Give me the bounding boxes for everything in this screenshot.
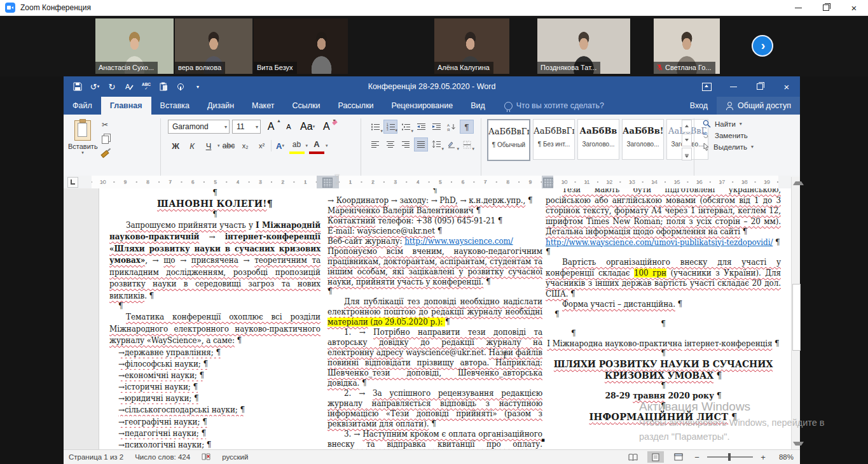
word-close-button[interactable]: × [773, 76, 800, 97]
select-button[interactable]: Выделить▾ [703, 143, 754, 151]
sort-icon[interactable]: АЯ [444, 120, 458, 134]
zoom-out-icon[interactable]: − [693, 453, 701, 462]
scroll-down-icon[interactable] [793, 442, 804, 446]
zoom-slider-thumb[interactable] [728, 453, 731, 461]
align-right-icon[interactable] [399, 137, 413, 151]
show-formatting-icon[interactable]: ¶ [460, 120, 474, 134]
first-line-indent-marker[interactable]: ▽ [334, 173, 339, 179]
shrink-font-icon[interactable]: А▼ [281, 120, 296, 134]
column-boundary-marker[interactable] [542, 176, 553, 188]
decrease-indent-icon[interactable] [414, 120, 428, 134]
bold-icon[interactable]: Ж [168, 139, 183, 153]
tab-design[interactable]: Дизайн [198, 97, 243, 115]
tab-view[interactable]: Вид [462, 97, 494, 115]
touch-mode-icon[interactable] [173, 78, 188, 95]
vertical-scrollbar[interactable] [791, 177, 800, 450]
tab-references[interactable]: Ссылки [283, 97, 329, 115]
tab-layout[interactable]: Макет [243, 97, 283, 115]
subscript-icon[interactable]: x₂ [238, 139, 253, 153]
highlight-color-icon[interactable]: ab [289, 137, 305, 154]
italic-icon[interactable]: К [184, 139, 200, 153]
copy-icon[interactable] [99, 134, 111, 144]
word-restore-button[interactable] [747, 76, 773, 97]
style-card[interactable]: АаБбВв! Заголово... [622, 119, 664, 160]
spelling-icon[interactable]: ABC✓ [139, 78, 154, 95]
indent-markers[interactable]: ▽ ⌂ [317, 176, 339, 188]
word-count[interactable]: Число слов: 424 [135, 453, 190, 461]
participant-video-tile[interactable]: Светлана Го... [654, 18, 720, 74]
superscript-icon[interactable]: x² [254, 139, 270, 153]
grow-font-icon[interactable]: А▲ [263, 120, 279, 134]
tab-insert[interactable]: Вставка [151, 97, 198, 115]
language-indicator[interactable]: русский [222, 453, 248, 461]
redo-icon[interactable]: ↻ [104, 78, 120, 95]
hanging-indent-marker[interactable]: ⌂ [335, 179, 338, 186]
clear-formatting-icon[interactable]: А [319, 120, 334, 134]
font-name-select[interactable]: Garamond▾ [168, 120, 230, 134]
next-participants-button[interactable]: › [752, 35, 773, 57]
style-card[interactable]: АаБбВв Заголово... [577, 119, 619, 160]
participant-video-tile[interactable]: вера волкова [175, 18, 252, 74]
increase-indent-icon[interactable] [429, 120, 443, 134]
participant-video-tile[interactable]: Позднякова Тат... [537, 18, 630, 74]
tab-home[interactable]: Главная [101, 97, 151, 115]
read-mode-icon[interactable] [624, 451, 641, 463]
paste-small-icon[interactable] [156, 78, 171, 95]
share-button[interactable]: Общий доступ [717, 97, 800, 115]
zoom-restore-button[interactable] [812, 0, 840, 15]
find-button[interactable]: Найти▾ [703, 120, 754, 128]
ribbon-display-options-icon[interactable] [693, 76, 720, 97]
change-case-icon[interactable]: Аа▾ [299, 120, 316, 134]
scrollbar-thumb[interactable] [792, 284, 801, 351]
print-layout-icon[interactable] [647, 451, 664, 463]
style-icon[interactable]: A [121, 78, 137, 95]
page-indicator[interactable]: Страница 1 из 2 [69, 453, 123, 461]
web-layout-icon[interactable] [670, 451, 687, 463]
justify-icon[interactable] [414, 137, 428, 151]
scroll-up-icon[interactable] [793, 181, 804, 185]
bullets-icon[interactable]: ▾ [368, 120, 382, 134]
zoom-in-icon[interactable]: + [759, 453, 767, 462]
participant-video-tile[interactable]: Анастасія Сухо... [95, 18, 174, 74]
tab-mailings[interactable]: Рассылки [329, 97, 382, 115]
numbering-icon[interactable]: 123 ▾ [383, 120, 397, 134]
save-icon[interactable] [70, 78, 85, 95]
cut-icon[interactable]: ✂ [99, 120, 111, 130]
participant-video-tile[interactable]: Вита Безух [254, 18, 348, 74]
document-page[interactable]: ¶ ШАНОВНІ КОЛЕГИ!¶ ¶ Запрошуємо прийняти… [99, 188, 791, 450]
styles-gallery-down-icon[interactable] [682, 134, 692, 146]
horizontal-ruler[interactable]: 10987654321 ▽ ⌂ 123456789 10111213141516… [64, 176, 800, 188]
style-card[interactable]: АаБбВвГг, ¶ Обычный [487, 119, 530, 161]
format-painter-icon[interactable] [99, 149, 111, 159]
tab-file[interactable]: Файл [64, 97, 101, 115]
paste-button[interactable]: Вставить ▾ [67, 118, 98, 169]
word-minimize-button[interactable] [720, 76, 747, 97]
replace-button[interactable]: ab Заменить [703, 131, 754, 139]
line-spacing-icon[interactable]: ▾ [429, 137, 443, 151]
align-center-icon[interactable] [383, 137, 397, 151]
style-card[interactable]: АаБбВвГг, ¶ Без инт... [533, 119, 575, 160]
font-color-icon[interactable]: А [309, 137, 324, 154]
styles-gallery-more-icon[interactable] [682, 148, 692, 160]
align-left-icon[interactable] [368, 137, 382, 151]
borders-icon[interactable]: ▾ [460, 137, 474, 151]
underline-icon[interactable]: Ч [201, 139, 216, 153]
zoom-close-button[interactable]: × [840, 0, 868, 15]
tab-review[interactable]: Рецензирование [383, 97, 462, 115]
zoom-level[interactable]: 88% [773, 453, 794, 461]
styles-gallery-up-icon[interactable] [682, 120, 692, 132]
proofing-error-icon[interactable] [202, 453, 210, 462]
text-effects-icon[interactable]: А▾ [273, 139, 288, 153]
font-size-select[interactable]: 11▾ [232, 120, 261, 134]
undo-icon[interactable]: ↺▾ [87, 78, 102, 95]
participant-video-tile[interactable]: Алёна Калугина [434, 18, 509, 74]
zoom-slider[interactable] [707, 456, 753, 458]
multilevel-list-icon[interactable]: ▾ [399, 120, 413, 134]
shading-icon[interactable]: ▾ [444, 137, 458, 151]
tab-selector[interactable] [67, 177, 78, 188]
customize-qat-icon[interactable]: ▾ [190, 78, 205, 95]
tell-me-box[interactable]: Что вы хотите сделать? [494, 97, 604, 115]
zoom-minimize-button[interactable] [784, 0, 812, 15]
strikethrough-icon[interactable]: abc [221, 139, 237, 153]
sign-in-button[interactable]: Вход [681, 97, 717, 115]
